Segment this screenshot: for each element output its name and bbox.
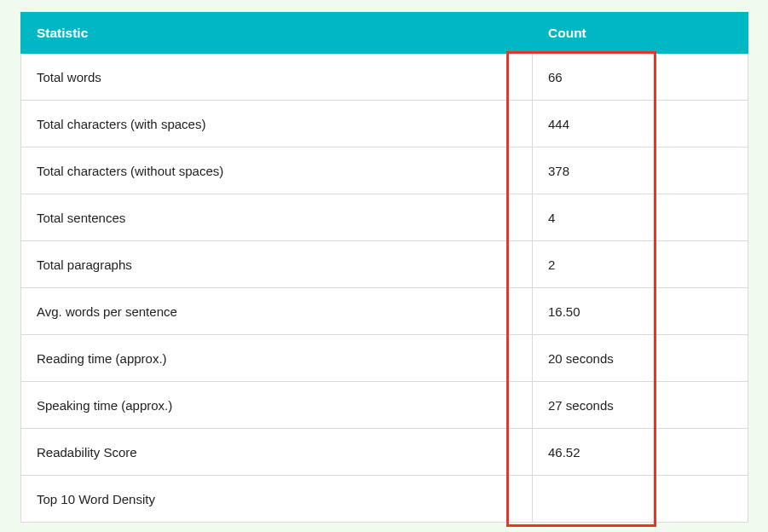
table-row: Total paragraphs 2 — [21, 241, 748, 288]
table-row: Speaking time (approx.) 27 seconds — [21, 382, 748, 429]
stat-label: Reading time (approx.) — [21, 335, 533, 382]
table-row: Total words 66 — [21, 54, 748, 101]
table-wrapper: Statistic Count Total words 66 Total cha… — [0, 0, 768, 532]
table-row: Reading time (approx.) 20 seconds — [21, 335, 748, 382]
stat-value — [533, 476, 748, 523]
stat-value: 46.52 — [533, 429, 748, 476]
table-row: Top 10 Word Density — [21, 476, 748, 523]
stat-value: 444 — [533, 101, 748, 147]
table-row: Total characters (without spaces) 378 — [21, 147, 748, 194]
statistics-table: Statistic Count Total words 66 Total cha… — [20, 12, 748, 523]
table-row: Total characters (with spaces) 444 — [21, 101, 748, 147]
stat-label: Total sentences — [21, 194, 533, 241]
stat-label: Total words — [21, 54, 533, 101]
stat-value: 66 — [533, 54, 748, 101]
stat-label: Avg. words per sentence — [21, 288, 533, 335]
stat-label: Speaking time (approx.) — [21, 382, 533, 429]
stat-label: Total paragraphs — [21, 241, 533, 288]
table-row: Avg. words per sentence 16.50 — [21, 288, 748, 335]
header-count: Count — [533, 13, 748, 54]
stat-label: Readability Score — [21, 429, 533, 476]
stat-value: 16.50 — [533, 288, 748, 335]
stat-label: Top 10 Word Density — [21, 476, 533, 523]
stat-value: 27 seconds — [533, 382, 748, 429]
table-row: Readability Score 46.52 — [21, 429, 748, 476]
table-header-row: Statistic Count — [21, 13, 748, 54]
stat-value: 20 seconds — [533, 335, 748, 382]
stat-label: Total characters (without spaces) — [21, 147, 533, 194]
stat-value: 2 — [533, 241, 748, 288]
header-statistic: Statistic — [21, 13, 533, 54]
table-row: Total sentences 4 — [21, 194, 748, 241]
stat-value: 378 — [533, 147, 748, 194]
stat-label: Total characters (with spaces) — [21, 101, 533, 147]
stat-value: 4 — [533, 194, 748, 241]
